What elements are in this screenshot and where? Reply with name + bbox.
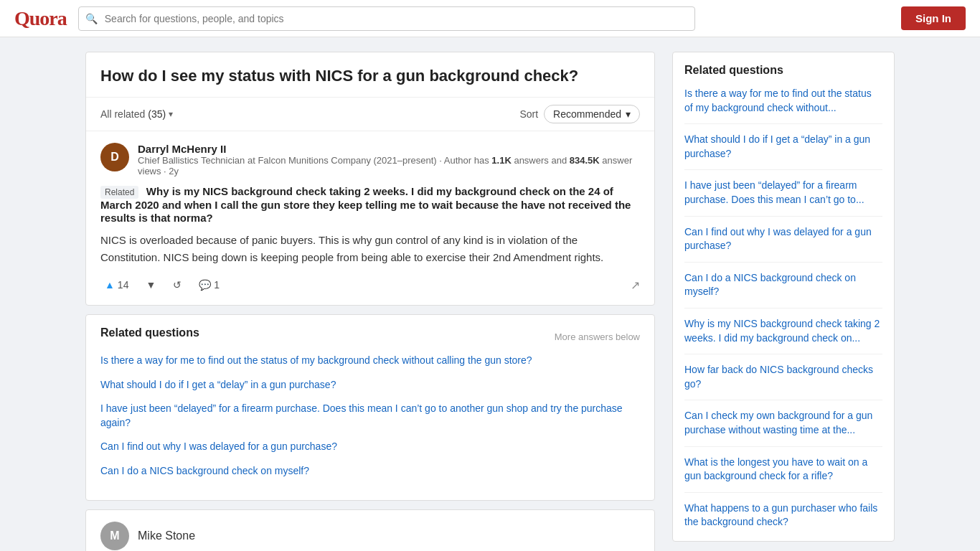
list-item: I have just been “delayed” for a firearm… [684,179,882,216]
avatar: D [100,143,129,171]
related-question-link[interactable]: Is there a way for me to find out the st… [100,354,532,366]
more-answers-label: More answers below [555,331,640,342]
author-name[interactable]: Darryl McHenry II [138,143,640,155]
sort-area: Sort Recommended ▾ [519,105,640,123]
answer-card: D Darryl McHenry II Chief Ballistics Tec… [86,131,654,305]
sign-in-button[interactable]: Sign In [901,6,966,30]
comment-icon: 💬 [199,279,211,291]
list-item: Can I do a NICS background check on myse… [684,271,882,309]
downvote-button[interactable]: ▼ [141,276,160,293]
sidebar-question-link[interactable]: Is there a way for me to find out the st… [684,88,872,113]
list-item: Why is my NICS background check taking 2… [684,317,882,354]
all-related-label: All related [100,108,145,120]
filter-bar: All related (35) ▾ Sort Recommended ▾ [86,98,654,131]
reshare-icon: ↺ [173,279,182,291]
list-item: I have just been “delayed” for a firearm… [100,402,640,430]
sidebar-card: Related questions Is there a way for me … [672,52,895,542]
sidebar-question-link[interactable]: What should I do if I get a “delay” in a… [684,133,870,159]
sort-label: Sort [519,108,538,120]
sidebar-question-link[interactable]: Can I do a NICS background check on myse… [684,272,856,298]
list-item: Can I find out why I was delayed for a g… [684,225,882,263]
main-content: How do I see my status with NICS for a g… [85,52,655,551]
related-question-link[interactable]: I have just been “delayed” for a firearm… [100,402,623,428]
related-panel-title: Related questions [100,326,199,339]
sidebar-question-link[interactable]: Can I find out why I was delayed for a g… [684,226,872,252]
list-item: How far back do NICS background checks g… [684,363,882,400]
related-questions-panel: Related questions More answers below Is … [85,314,655,501]
sort-dropdown[interactable]: Recommended ▾ [544,105,640,123]
search-icon: 🔍 [85,13,98,24]
sidebar-question-link[interactable]: What is the longest you have to wait on … [684,456,867,482]
next-answer-card: M Mike Stone [85,509,655,551]
sidebar-question-link[interactable]: How far back do NICS background checks g… [684,364,873,390]
related-block: Related Why is my NICS background check … [100,185,640,225]
sidebar-question-link[interactable]: What happens to a gun purchaser who fail… [684,502,877,528]
next-author-name[interactable]: Mike Stone [138,529,195,542]
list-item: What happens to a gun purchaser who fail… [684,501,882,529]
upvote-button[interactable]: ▲ 14 [100,276,133,293]
next-author-row: M Mike Stone [100,522,640,550]
sidebar: Related questions Is there a way for me … [672,52,895,542]
related-panel-header: Related questions More answers below [100,326,640,347]
chevron-down-icon: ▾ [169,109,173,119]
question-title: How do I see my status with NICS for a g… [86,52,654,98]
next-avatar: M [100,522,129,550]
related-question-text: Why is my NICS background check taking 2… [100,185,631,224]
search-input[interactable] [78,6,695,31]
related-badge: Related [100,186,138,199]
related-question-link[interactable]: What should I do if I get a “delay” in a… [100,379,336,390]
list-item: Is there a way for me to find out the st… [684,87,882,124]
reshare-button[interactable]: ↺ [169,276,186,293]
share-button[interactable]: ↗ [631,278,640,292]
sidebar-question-link[interactable]: Why is my NICS background check taking 2… [684,318,880,344]
page-container: How do I see my status with NICS for a g… [74,37,906,551]
related-question-link[interactable]: Can I find out why I was delayed for a g… [100,441,337,452]
answer-body: NICS is overloaded because of panic buye… [100,232,640,266]
answer-count: (35) [148,108,166,120]
sidebar-title: Related questions [684,64,882,77]
chevron-down-icon: ▾ [626,108,631,120]
sidebar-question-link[interactable]: I have just been “delayed” for a firearm… [684,179,864,205]
upvote-count: 14 [118,279,129,291]
upvote-icon: ▲ [105,279,115,291]
search-bar: 🔍 [78,6,695,31]
list-item: Can I do a NICS background check on myse… [100,464,640,479]
share-icon: ↗ [631,279,640,291]
comment-count: 1 [214,279,220,291]
vote-row: ▲ 14 ▼ ↺ 💬 1 ↗ [100,276,640,293]
header-right: Sign In [901,6,966,30]
comment-button[interactable]: 💬 1 [194,276,224,293]
list-item: What should I do if I get a “delay” in a… [100,378,640,392]
author-info: Darryl McHenry II Chief Ballistics Techn… [138,143,640,176]
related-question-link[interactable]: Can I do a NICS background check on myse… [100,465,309,476]
author-bio: Chief Ballistics Technician at Falcon Mu… [138,155,640,176]
list-item: Can I find out why I was delayed for a g… [100,440,640,454]
list-item: What should I do if I get a “delay” in a… [684,133,882,170]
header: Quora 🔍 Sign In [0,0,980,37]
list-item: What is the longest you have to wait on … [684,456,882,493]
all-related-filter[interactable]: All related (35) ▾ [100,108,173,120]
list-item: Can I check my own background for a gun … [684,409,882,446]
sidebar-question-link[interactable]: Can I check my own background for a gun … [684,410,872,435]
downvote-icon: ▼ [146,279,156,291]
quora-logo[interactable]: Quora [14,7,67,30]
recommended-label: Recommended [553,108,621,120]
question-card: How do I see my status with NICS for a g… [85,52,655,306]
list-item: Is there a way for me to find out the st… [100,354,640,368]
sidebar-links: Is there a way for me to find out the st… [684,87,882,529]
related-questions-list: Is there a way for me to find out the st… [100,354,640,479]
author-row: D Darryl McHenry II Chief Ballistics Tec… [100,143,640,176]
